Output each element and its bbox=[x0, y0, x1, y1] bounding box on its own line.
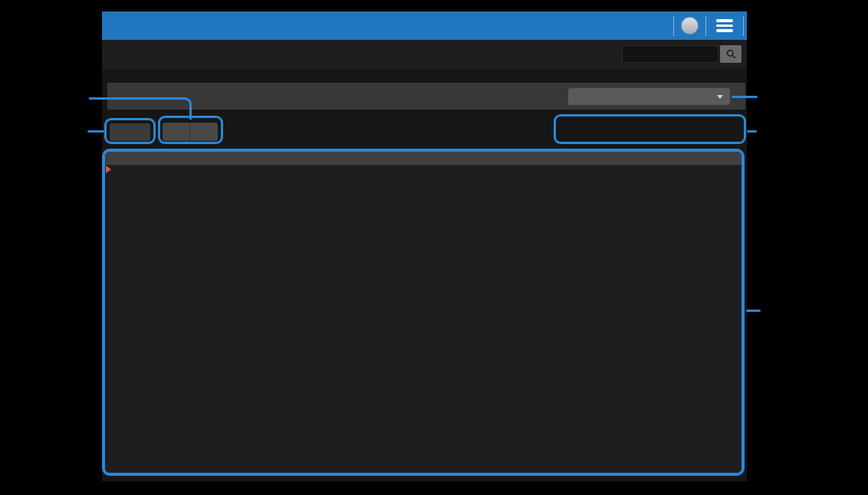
prev-next-group bbox=[163, 123, 218, 141]
time-gutter-header bbox=[105, 152, 137, 165]
annotation-connector bbox=[747, 130, 757, 133]
search-icon bbox=[726, 49, 736, 59]
next-button[interactable] bbox=[190, 123, 218, 141]
screenshot-canvas bbox=[0, 0, 868, 495]
day-columns bbox=[105, 166, 741, 473]
previous-button[interactable] bbox=[163, 123, 190, 141]
rec-badge[interactable] bbox=[681, 17, 699, 34]
nav-bar bbox=[102, 40, 747, 69]
search-button[interactable] bbox=[720, 45, 741, 63]
time-gutter bbox=[105, 166, 137, 473]
timezone-dropdown[interactable] bbox=[568, 88, 730, 105]
today-button[interactable] bbox=[110, 123, 150, 141]
schedule-body bbox=[105, 166, 741, 473]
chevron-down-icon bbox=[717, 95, 723, 99]
header-right bbox=[658, 11, 744, 40]
search-area bbox=[622, 45, 741, 63]
schedule-grid bbox=[102, 149, 745, 476]
day-header-row bbox=[105, 152, 741, 166]
hamburger-menu-icon[interactable] bbox=[713, 19, 736, 32]
header-divider bbox=[743, 16, 744, 36]
app-header bbox=[102, 11, 747, 40]
annotation-connector bbox=[746, 310, 761, 312]
search-input[interactable] bbox=[622, 45, 718, 63]
header-divider bbox=[705, 16, 706, 36]
timezone-bar bbox=[107, 83, 745, 110]
header-divider bbox=[673, 16, 674, 36]
